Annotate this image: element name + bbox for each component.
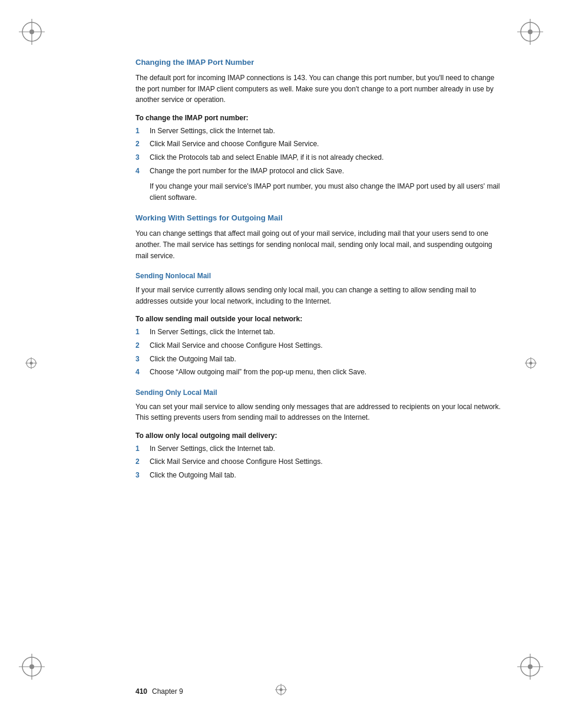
step-number: 2: [135, 456, 146, 467]
step-text: Click the Protocols tab and select Enabl…: [150, 152, 384, 163]
svg-point-3: [29, 29, 34, 34]
local-body: You can set your mail service to allow s…: [135, 401, 501, 423]
step-text: Click the Outgoing Mail tab.: [150, 470, 236, 481]
nonlocal-heading: Sending Nonlocal Mail: [135, 272, 501, 280]
imap-port-note: If you change your mail service's IMAP p…: [150, 181, 501, 203]
step-number: 3: [135, 354, 146, 365]
step-number: 3: [135, 470, 146, 481]
outgoing-mail-heading: Working With Settings for Outgoing Mail: [135, 213, 501, 222]
local-label: To allow only local outgoing mail delive…: [135, 431, 501, 440]
step-text: Click Mail Service and choose Configure …: [150, 139, 319, 150]
step-text: Click the Outgoing Mail tab.: [150, 354, 236, 365]
step-number: 2: [135, 139, 146, 150]
nonlocal-body: If your mail service currently allows se…: [135, 285, 501, 307]
subsection-local: Sending Only Local Mail You can set your…: [135, 388, 501, 481]
nonlocal-steps: 1 In Server Settings, click the Internet…: [135, 327, 501, 377]
step-number: 1: [135, 327, 146, 338]
step-item: 2 Click Mail Service and choose Configur…: [135, 139, 501, 150]
step-number: 4: [135, 166, 146, 177]
svg-point-15: [528, 664, 533, 669]
svg-point-19: [30, 361, 33, 364]
step-item: 1 In Server Settings, click the Internet…: [135, 126, 501, 137]
step-text: Change the port number for the IMAP prot…: [150, 166, 344, 177]
subsection-nonlocal: Sending Nonlocal Mail If your mail servi…: [135, 272, 501, 378]
step-item: 4 Change the port number for the IMAP pr…: [135, 166, 501, 177]
step-item: 3 Click the Outgoing Mail tab.: [135, 354, 501, 365]
corner-mark-tr: [516, 18, 544, 46]
step-item: 4 Choose “Allow outgoing mail” from the …: [135, 367, 501, 378]
step-item: 1 In Server Settings, click the Internet…: [135, 327, 501, 338]
step-number: 3: [135, 152, 146, 163]
step-text: Click Mail Service and choose Configure …: [150, 456, 322, 467]
step-number: 1: [135, 443, 146, 454]
step-number: 4: [135, 367, 146, 378]
imap-port-steps: 1 In Server Settings, click the Internet…: [135, 126, 501, 176]
step-item: 1 In Server Settings, click the Internet…: [135, 443, 501, 454]
corner-mark-tl: [18, 18, 46, 46]
corner-mark-br: [516, 653, 544, 681]
side-mark-left: [25, 357, 38, 372]
step-number: 2: [135, 340, 146, 351]
step-number: 1: [135, 126, 146, 137]
corner-mark-bl: [18, 653, 46, 681]
outgoing-mail-intro: You can change settings that affect mail…: [135, 228, 501, 261]
step-text: Choose “Allow outgoing mail” from the po…: [150, 367, 366, 378]
step-item: 2 Click Mail Service and choose Configur…: [135, 340, 501, 351]
step-text: In Server Settings, click the Internet t…: [150, 327, 275, 338]
footer: 410 Chapter 9: [135, 687, 183, 696]
step-item: 3 Click the Outgoing Mail tab.: [135, 470, 501, 481]
step-text: In Server Settings, click the Internet t…: [150, 126, 275, 137]
svg-point-7: [528, 29, 533, 34]
step-item: 2 Click Mail Service and choose Configur…: [135, 456, 501, 467]
main-content: Changing the IMAP Port Number The defaul…: [135, 35, 501, 481]
nonlocal-label: To allow sending mail outside your local…: [135, 315, 501, 323]
imap-port-intro: The default port for incoming IMAP conne…: [135, 73, 501, 106]
svg-point-23: [530, 361, 533, 364]
side-mark-right: [524, 357, 537, 372]
imap-port-heading: Changing the IMAP Port Number: [135, 58, 501, 67]
imap-port-label: To change the IMAP port number:: [135, 114, 501, 122]
page: Changing the IMAP Port Number The defaul…: [0, 0, 562, 728]
local-steps: 1 In Server Settings, click the Internet…: [135, 443, 501, 481]
chapter-label: Chapter 9: [152, 687, 183, 696]
step-item: 3 Click the Protocols tab and select Ena…: [135, 152, 501, 163]
svg-point-11: [29, 664, 34, 669]
section-outgoing-mail: Working With Settings for Outgoing Mail …: [135, 213, 501, 480]
side-mark-bottom: [275, 683, 287, 699]
step-text: In Server Settings, click the Internet t…: [150, 443, 275, 454]
local-heading: Sending Only Local Mail: [135, 388, 501, 397]
svg-point-27: [280, 689, 283, 691]
step-text: Click Mail Service and choose Configure …: [150, 340, 322, 351]
section-imap-port: Changing the IMAP Port Number The defaul…: [135, 58, 501, 203]
page-number: 410: [135, 687, 147, 696]
